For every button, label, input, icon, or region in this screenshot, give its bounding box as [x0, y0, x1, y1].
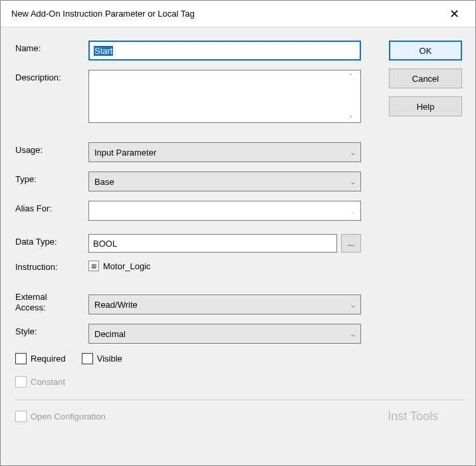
instruction-icon: ▦ [88, 261, 99, 271]
ok-button[interactable]: OK [389, 41, 462, 60]
dialog-window: New Add-On Instruction Parameter or Loca… [0, 0, 476, 466]
help-button[interactable]: Help [389, 96, 462, 116]
open-config-checkbox-wrap: Open Configuration [15, 411, 106, 422]
style-value: Decimal [94, 329, 126, 339]
label-external-access: External Access: [15, 289, 88, 314]
style-select[interactable]: Decimal ⌵ [88, 324, 361, 344]
required-label: Required [31, 354, 66, 364]
instruction-value: Motor_Logic [103, 261, 151, 271]
required-checkbox-wrap[interactable]: Required [15, 353, 66, 364]
label-instruction: Instruction: [15, 259, 88, 272]
name-input-value: Start [94, 46, 113, 56]
external-access-value: Read/Write [94, 300, 138, 310]
footer-row: Open Configuration Inst Tools [15, 409, 465, 423]
visible-checkbox-wrap[interactable]: Visible [82, 353, 122, 364]
constant-label: Constant [31, 377, 65, 387]
checkbox-row: Required Visible [15, 353, 465, 364]
visible-checkbox[interactable] [82, 353, 93, 364]
constant-row: Constant [15, 376, 465, 388]
chevron-down-icon: ⌵ [351, 301, 355, 308]
open-config-label: Open Configuration [31, 411, 106, 421]
datatype-input[interactable] [88, 234, 337, 253]
chevron-down-icon: ⌵ [351, 178, 355, 185]
label-alias: Alias For: [15, 201, 88, 213]
type-value: Base [94, 177, 114, 187]
row-style: Style: Decimal ⌵ [15, 324, 465, 344]
chevron-down-icon: ⌵ [351, 149, 355, 156]
close-icon[interactable]: ✕ [444, 4, 465, 24]
label-datatype: Data Type: [15, 234, 88, 247]
chevron-down-icon: ⌵ [351, 207, 355, 215]
button-column: OK Cancel Help [389, 41, 462, 116]
row-instruction: Instruction: ▦ Motor_Logic [15, 259, 465, 272]
label-style: Style: [15, 324, 88, 336]
watermark: Inst Tools [388, 409, 438, 423]
label-description: Description: [15, 70, 88, 82]
separator [15, 400, 465, 400]
browse-datatype-button[interactable]: ... [341, 234, 361, 253]
usage-value: Input Parameter [94, 148, 156, 158]
external-access-select[interactable]: Read/Write ⌵ [88, 294, 361, 314]
window-title: New Add-On Instruction Parameter or Loca… [11, 9, 195, 19]
row-usage: Usage: Input Parameter ⌵ [15, 142, 465, 162]
description-input[interactable] [88, 70, 361, 123]
label-type: Type: [15, 172, 88, 184]
row-datatype: Data Type: ... [15, 234, 465, 253]
type-select[interactable]: Base ⌵ [88, 172, 361, 191]
visible-label: Visible [97, 354, 122, 364]
row-type: Type: Base ⌵ [15, 172, 465, 191]
required-checkbox[interactable] [15, 353, 27, 364]
row-external-access: External Access: Read/Write ⌵ [15, 289, 465, 314]
label-name: Name: [15, 41, 88, 53]
constant-checkbox [15, 376, 27, 388]
open-config-checkbox [15, 411, 27, 422]
row-alias: Alias For: ⌵ [15, 201, 465, 221]
chevron-down-icon: ⌵ [351, 330, 355, 338]
usage-select[interactable]: Input Parameter ⌵ [88, 142, 361, 162]
label-usage: Usage: [15, 142, 88, 155]
dialog-body: OK Cancel Help Name: Start Description: [1, 27, 475, 431]
constant-checkbox-wrap: Constant [15, 376, 65, 388]
instruction-value-wrap: ▦ Motor_Logic [88, 259, 361, 271]
cancel-button[interactable]: Cancel [389, 68, 462, 88]
titlebar: New Add-On Instruction Parameter or Loca… [1, 1, 475, 27]
alias-select[interactable]: ⌵ [88, 201, 361, 221]
name-input[interactable]: Start [88, 41, 361, 60]
